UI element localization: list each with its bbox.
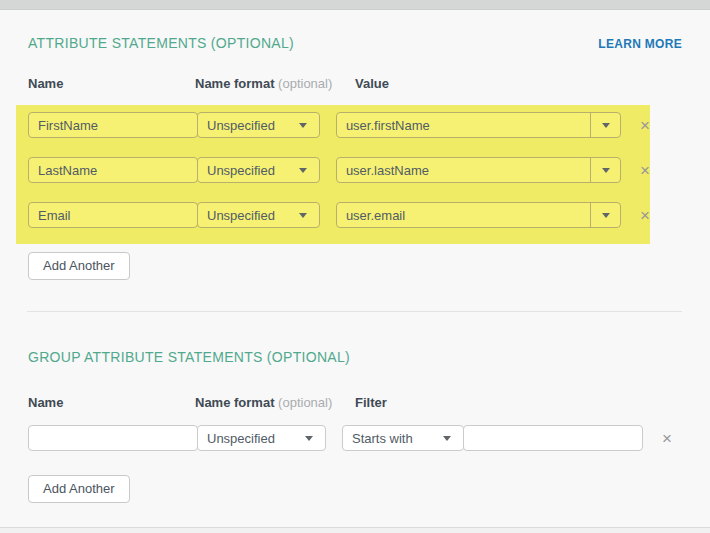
value-select[interactable]: user.firstName <box>336 112 621 138</box>
column-header-name-format: Name format (optional) <box>195 396 355 409</box>
attribute-statements-section: ATTRIBUTE STATEMENTS (OPTIONAL) LEARN MO… <box>0 36 710 312</box>
name-format-select[interactable]: Unspecified <box>197 425 326 451</box>
dropdown-arrow-button[interactable] <box>590 203 620 227</box>
column-header-name-format: Name format (optional) <box>195 77 355 90</box>
dropdown-arrow-icon <box>602 123 610 128</box>
group-attribute-statements-header: GROUP ATTRIBUTE STATEMENTS (OPTIONAL) <box>28 350 682 365</box>
attribute-name-input[interactable] <box>28 157 198 183</box>
name-format-select[interactable]: Unspecified <box>197 112 320 138</box>
section-title: GROUP ATTRIBUTE STATEMENTS (OPTIONAL) <box>28 350 350 365</box>
dropdown-arrow-icon <box>299 213 307 218</box>
filter-type-select[interactable]: Starts with <box>342 425 464 451</box>
attribute-row: Unspecified user.firstName × <box>28 112 650 138</box>
attribute-row: Unspecified user.email × <box>28 202 650 228</box>
column-header-name: Name <box>28 396 195 409</box>
attribute-row: Unspecified user.lastName × <box>28 157 650 183</box>
group-attribute-row: Unspecified Starts with × <box>28 425 682 451</box>
name-format-select[interactable]: Unspecified <box>197 202 320 228</box>
optional-label: (optional) <box>278 76 332 91</box>
filter-value-input[interactable] <box>463 425 643 451</box>
dropdown-arrow-icon <box>305 436 313 441</box>
dropdown-arrow-icon <box>299 168 307 173</box>
column-header-value: Value <box>355 77 389 90</box>
column-headers: Name Name format (optional) Filter <box>28 396 682 409</box>
value-select[interactable]: user.email <box>336 202 621 228</box>
attribute-name-input[interactable] <box>28 202 198 228</box>
column-header-name: Name <box>28 77 195 90</box>
add-another-button[interactable]: Add Another <box>28 252 130 280</box>
dropdown-arrow-icon <box>602 168 610 173</box>
attribute-name-input[interactable] <box>28 112 198 138</box>
add-another-button[interactable]: Add Another <box>28 475 130 503</box>
dropdown-arrow-button[interactable] <box>590 113 620 137</box>
attribute-statements-header: ATTRIBUTE STATEMENTS (OPTIONAL) LEARN MO… <box>28 36 682 52</box>
section-title: ATTRIBUTE STATEMENTS (OPTIONAL) <box>28 36 294 51</box>
dropdown-arrow-icon <box>602 213 610 218</box>
highlighted-rows-block: Unspecified user.firstName × Unspecified… <box>16 105 650 244</box>
dropdown-arrow-button[interactable] <box>590 158 620 182</box>
remove-row-icon[interactable]: × <box>662 430 672 447</box>
group-name-input[interactable] <box>28 425 198 451</box>
remove-row-icon[interactable]: × <box>640 162 650 179</box>
column-headers: Name Name format (optional) Value <box>28 77 682 90</box>
dropdown-arrow-icon <box>299 123 307 128</box>
name-format-select[interactable]: Unspecified <box>197 157 320 183</box>
bottom-section-divider <box>0 527 710 533</box>
remove-row-icon[interactable]: × <box>640 117 650 134</box>
top-window-edge <box>0 0 710 10</box>
value-select[interactable]: user.lastName <box>336 157 621 183</box>
optional-label: (optional) <box>278 395 332 410</box>
learn-more-link[interactable]: LEARN MORE <box>598 37 682 52</box>
column-header-filter: Filter <box>355 396 387 409</box>
group-attribute-statements-section: GROUP ATTRIBUTE STATEMENTS (OPTIONAL) Na… <box>0 350 710 503</box>
dropdown-arrow-icon <box>443 436 451 441</box>
section-divider <box>27 311 682 312</box>
remove-row-icon[interactable]: × <box>640 207 650 224</box>
